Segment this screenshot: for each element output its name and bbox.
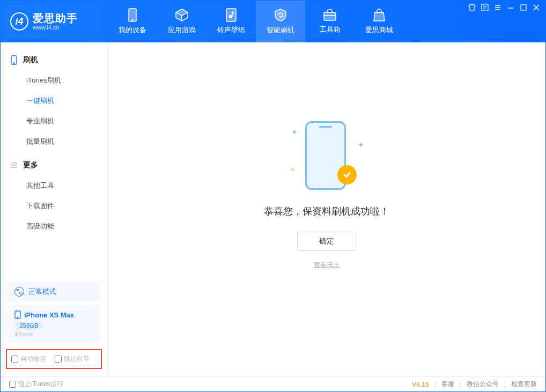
success-badge xyxy=(337,165,357,184)
sidebar-item-advanced[interactable]: 高级功能 xyxy=(1,216,107,236)
tab-store[interactable]: 爱思商城 xyxy=(355,1,404,42)
svg-point-1 xyxy=(132,19,133,20)
tab-apps[interactable]: 应用游戏 xyxy=(157,1,206,42)
device-capacity: 256GB xyxy=(14,322,43,329)
sidebar-header-flash[interactable]: 刷机 xyxy=(1,50,107,70)
app-url: www.i4.cn xyxy=(33,24,78,31)
sidebar: 刷机 iTunes刷机 一键刷机 专业刷机 批量刷机 更多 其他工具 下载固件 … xyxy=(1,42,108,376)
tab-toolbox[interactable]: 工具箱 xyxy=(305,1,355,42)
window-controls xyxy=(468,4,540,11)
bag-icon xyxy=(373,8,386,22)
svg-point-3 xyxy=(230,16,232,18)
sidebar-item-onekey[interactable]: 一键刷机 xyxy=(1,91,107,111)
app-name: 爱思助手 xyxy=(33,12,78,24)
sparkle-icon: ✦ xyxy=(289,165,296,174)
checkbox-block-itunes[interactable]: 阻止iTunes运行 xyxy=(9,380,63,389)
main-content: ✦ ✦ ✦ 恭喜您，保资料刷机成功啦！ 确定 查看日志 xyxy=(108,42,545,376)
toolbox-icon xyxy=(323,9,337,21)
music-icon xyxy=(225,8,238,22)
main-tabs: 我的设备 应用游戏 铃声壁纸 智能刷机 工具箱 爱思商城 xyxy=(108,1,404,42)
success-illustration: ✦ ✦ ✦ xyxy=(289,117,364,192)
maximize-icon[interactable] xyxy=(520,4,527,11)
tab-device[interactable]: 我的设备 xyxy=(108,1,157,42)
feedback-icon[interactable] xyxy=(481,4,489,11)
svg-point-24 xyxy=(17,317,18,317)
ok-button[interactable]: 确定 xyxy=(297,232,356,251)
device-type: iPhone xyxy=(14,331,93,337)
statusbar: 阻止iTunes运行 V8.16 | 客服 | 微信公众号 | 检查更新 xyxy=(1,376,545,391)
device-info[interactable]: iPhone XS Max 256GB iPhone xyxy=(8,305,100,343)
sidebar-item-other-tools[interactable]: 其他工具 xyxy=(1,175,107,196)
svg-rect-13 xyxy=(521,5,526,10)
checkbox-auto-activate[interactable]: 自动激活 xyxy=(11,354,46,364)
sidebar-item-download-fw[interactable]: 下载固件 xyxy=(1,196,107,216)
view-log-link[interactable]: 查看日志 xyxy=(314,261,340,270)
phone-icon xyxy=(127,8,138,22)
mode-icon xyxy=(14,287,24,297)
version-label: V8.16 xyxy=(412,381,429,388)
svg-point-19 xyxy=(13,63,14,64)
sidebar-item-batch[interactable]: 批量刷机 xyxy=(1,131,107,152)
tab-ringtone[interactable]: 铃声壁纸 xyxy=(206,1,256,42)
cube-icon xyxy=(175,8,189,22)
svg-rect-6 xyxy=(482,4,488,11)
check-icon xyxy=(342,170,352,180)
sidebar-item-itunes[interactable]: iTunes刷机 xyxy=(1,70,107,91)
sidebar-item-pro[interactable]: 专业刷机 xyxy=(1,111,107,131)
menu-icon[interactable] xyxy=(494,4,501,11)
shield-sync-icon xyxy=(274,8,287,22)
tshirt-icon[interactable] xyxy=(468,4,476,11)
sparkle-icon: ✦ xyxy=(291,128,298,136)
device-name: iPhone XS Max xyxy=(24,311,74,319)
device-phone-icon xyxy=(14,310,21,319)
sidebar-header-more[interactable]: 更多 xyxy=(1,155,107,175)
support-link[interactable]: 客服 xyxy=(441,380,454,389)
minimize-icon[interactable] xyxy=(507,4,514,11)
device-mode[interactable]: 正常模式 xyxy=(8,282,100,302)
logo: i4 爱思助手 www.i4.cn xyxy=(1,1,108,42)
tab-flash[interactable]: 智能刷机 xyxy=(256,1,305,42)
svg-rect-4 xyxy=(324,12,336,20)
check-update-link[interactable]: 检查更新 xyxy=(511,380,537,389)
sparkle-icon: ✦ xyxy=(358,140,364,149)
phone-small-icon xyxy=(10,55,18,65)
options-highlight-box: 自动激活 跳过向导 xyxy=(6,349,102,369)
titlebar: i4 爱思助手 www.i4.cn 我的设备 应用游戏 铃声壁纸 智能刷机 工具… xyxy=(1,1,545,42)
close-icon[interactable] xyxy=(533,4,540,11)
checkbox-skip-guide[interactable]: 跳过向导 xyxy=(55,354,90,364)
wechat-link[interactable]: 微信公众号 xyxy=(467,380,499,389)
success-message: 恭喜您，保资料刷机成功啦！ xyxy=(264,205,389,218)
logo-icon: i4 xyxy=(10,12,28,31)
list-icon xyxy=(10,161,18,169)
